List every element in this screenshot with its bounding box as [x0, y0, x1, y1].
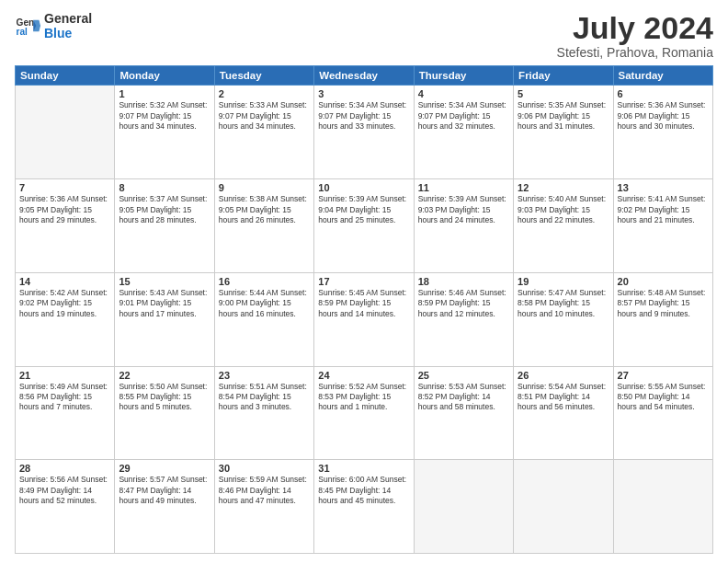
- day-number: 17: [318, 276, 409, 287]
- day-detail: Sunrise: 5:48 AM Sunset: 8:57 PM Dayligh…: [618, 288, 709, 319]
- day-cell: 15Sunrise: 5:43 AM Sunset: 9:01 PM Dayli…: [115, 272, 214, 366]
- day-cell: [16, 86, 115, 179]
- day-cell: 22Sunrise: 5:50 AM Sunset: 8:55 PM Dayli…: [115, 366, 214, 460]
- day-detail: Sunrise: 5:40 AM Sunset: 9:03 PM Dayligh…: [518, 194, 609, 225]
- day-cell: 17Sunrise: 5:45 AM Sunset: 8:59 PM Dayli…: [314, 272, 414, 366]
- day-detail: Sunrise: 5:50 AM Sunset: 8:55 PM Dayligh…: [119, 382, 210, 413]
- calendar-header: SundayMondayTuesdayWednesdayThursdayFrid…: [16, 66, 713, 86]
- day-header-friday: Friday: [514, 66, 613, 86]
- logo-icon: Gene ral: [15, 13, 40, 39]
- day-detail: Sunrise: 5:54 AM Sunset: 8:51 PM Dayligh…: [518, 382, 609, 413]
- day-number: 14: [19, 276, 110, 287]
- day-cell: [514, 460, 613, 554]
- header-row: SundayMondayTuesdayWednesdayThursdayFrid…: [16, 66, 713, 86]
- day-cell: 1Sunrise: 5:32 AM Sunset: 9:07 PM Daylig…: [115, 86, 214, 179]
- week-row-2: 14Sunrise: 5:42 AM Sunset: 9:02 PM Dayli…: [16, 272, 713, 366]
- title-block: July 2024 Stefesti, Prahova, Romania: [557, 11, 713, 60]
- day-header-monday: Monday: [115, 66, 214, 86]
- logo-line1: General: [44, 11, 92, 26]
- day-detail: Sunrise: 5:42 AM Sunset: 9:02 PM Dayligh…: [19, 288, 110, 319]
- day-header-wednesday: Wednesday: [314, 66, 414, 86]
- day-cell: 18Sunrise: 5:46 AM Sunset: 8:59 PM Dayli…: [414, 272, 513, 366]
- day-cell: 31Sunrise: 6:00 AM Sunset: 8:45 PM Dayli…: [314, 460, 414, 554]
- day-detail: Sunrise: 5:56 AM Sunset: 8:49 PM Dayligh…: [19, 475, 110, 506]
- calendar-body: 1Sunrise: 5:32 AM Sunset: 9:07 PM Daylig…: [16, 86, 713, 554]
- day-number: 11: [418, 182, 509, 193]
- day-cell: 3Sunrise: 5:34 AM Sunset: 9:07 PM Daylig…: [314, 86, 414, 179]
- day-detail: Sunrise: 5:39 AM Sunset: 9:03 PM Dayligh…: [418, 194, 509, 225]
- day-detail: Sunrise: 5:55 AM Sunset: 8:50 PM Dayligh…: [618, 382, 709, 413]
- day-number: 31: [318, 463, 409, 474]
- logo-line2: Blue: [44, 26, 92, 40]
- day-number: 10: [318, 182, 409, 193]
- subtitle: Stefesti, Prahova, Romania: [557, 45, 713, 60]
- day-detail: Sunrise: 5:43 AM Sunset: 9:01 PM Dayligh…: [119, 288, 210, 319]
- day-cell: 2Sunrise: 5:33 AM Sunset: 9:07 PM Daylig…: [214, 86, 313, 179]
- week-row-3: 21Sunrise: 5:49 AM Sunset: 8:56 PM Dayli…: [16, 366, 713, 460]
- svg-text:ral: ral: [17, 27, 28, 37]
- day-detail: Sunrise: 5:39 AM Sunset: 9:04 PM Dayligh…: [318, 194, 409, 225]
- calendar: SundayMondayTuesdayWednesdayThursdayFrid…: [15, 65, 713, 554]
- week-row-4: 28Sunrise: 5:56 AM Sunset: 8:49 PM Dayli…: [16, 460, 713, 554]
- day-number: 13: [618, 182, 709, 193]
- header: Gene ral General Blue July 2024 Stefesti…: [15, 11, 713, 60]
- day-cell: 30Sunrise: 5:59 AM Sunset: 8:46 PM Dayli…: [214, 460, 313, 554]
- day-detail: Sunrise: 5:36 AM Sunset: 9:06 PM Dayligh…: [618, 100, 709, 132]
- day-detail: Sunrise: 5:37 AM Sunset: 9:05 PM Dayligh…: [119, 194, 210, 225]
- day-number: 24: [318, 370, 409, 381]
- day-number: 6: [618, 88, 709, 99]
- day-detail: Sunrise: 5:44 AM Sunset: 9:00 PM Dayligh…: [219, 288, 310, 319]
- day-header-thursday: Thursday: [414, 66, 513, 86]
- day-detail: Sunrise: 5:51 AM Sunset: 8:54 PM Dayligh…: [219, 382, 310, 413]
- main-title: July 2024: [557, 11, 713, 45]
- day-cell: 19Sunrise: 5:47 AM Sunset: 8:58 PM Dayli…: [514, 272, 613, 366]
- day-cell: 16Sunrise: 5:44 AM Sunset: 9:00 PM Dayli…: [214, 272, 313, 366]
- day-number: 12: [518, 182, 609, 193]
- day-cell: 5Sunrise: 5:35 AM Sunset: 9:06 PM Daylig…: [514, 86, 613, 179]
- day-cell: 25Sunrise: 5:53 AM Sunset: 8:52 PM Dayli…: [414, 366, 513, 460]
- day-detail: Sunrise: 5:38 AM Sunset: 9:05 PM Dayligh…: [219, 194, 310, 225]
- day-detail: Sunrise: 5:59 AM Sunset: 8:46 PM Dayligh…: [219, 475, 310, 506]
- day-detail: Sunrise: 5:49 AM Sunset: 8:56 PM Dayligh…: [19, 382, 110, 413]
- day-detail: Sunrise: 5:36 AM Sunset: 9:05 PM Dayligh…: [19, 194, 110, 225]
- day-cell: [414, 460, 513, 554]
- day-cell: 6Sunrise: 5:36 AM Sunset: 9:06 PM Daylig…: [613, 86, 712, 179]
- day-cell: 8Sunrise: 5:37 AM Sunset: 9:05 PM Daylig…: [115, 179, 214, 273]
- day-cell: 29Sunrise: 5:57 AM Sunset: 8:47 PM Dayli…: [115, 460, 214, 554]
- day-detail: Sunrise: 5:33 AM Sunset: 9:07 PM Dayligh…: [219, 100, 310, 132]
- day-header-sunday: Sunday: [16, 66, 115, 86]
- day-number: 8: [119, 182, 210, 193]
- day-detail: Sunrise: 6:00 AM Sunset: 8:45 PM Dayligh…: [318, 475, 409, 506]
- day-number: 16: [219, 276, 310, 287]
- day-number: 29: [119, 463, 210, 474]
- day-number: 22: [119, 370, 210, 381]
- day-detail: Sunrise: 5:47 AM Sunset: 8:58 PM Dayligh…: [518, 288, 609, 319]
- day-detail: Sunrise: 5:46 AM Sunset: 8:59 PM Dayligh…: [418, 288, 509, 319]
- week-row-0: 1Sunrise: 5:32 AM Sunset: 9:07 PM Daylig…: [16, 86, 713, 179]
- day-cell: [613, 460, 712, 554]
- day-cell: 27Sunrise: 5:55 AM Sunset: 8:50 PM Dayli…: [613, 366, 712, 460]
- day-cell: 9Sunrise: 5:38 AM Sunset: 9:05 PM Daylig…: [214, 179, 313, 273]
- day-number: 26: [518, 370, 609, 381]
- day-number: 23: [219, 370, 310, 381]
- day-cell: 7Sunrise: 5:36 AM Sunset: 9:05 PM Daylig…: [16, 179, 115, 273]
- day-cell: 21Sunrise: 5:49 AM Sunset: 8:56 PM Dayli…: [16, 366, 115, 460]
- day-number: 9: [219, 182, 310, 193]
- week-row-1: 7Sunrise: 5:36 AM Sunset: 9:05 PM Daylig…: [16, 179, 713, 273]
- day-number: 21: [19, 370, 110, 381]
- day-cell: 23Sunrise: 5:51 AM Sunset: 8:54 PM Dayli…: [214, 366, 313, 460]
- day-number: 30: [219, 463, 310, 474]
- day-number: 19: [518, 276, 609, 287]
- day-number: 20: [618, 276, 709, 287]
- day-number: 3: [318, 88, 409, 99]
- page: Gene ral General Blue July 2024 Stefesti…: [0, 0, 728, 563]
- day-cell: 10Sunrise: 5:39 AM Sunset: 9:04 PM Dayli…: [314, 179, 414, 273]
- day-cell: 12Sunrise: 5:40 AM Sunset: 9:03 PM Dayli…: [514, 179, 613, 273]
- day-cell: 13Sunrise: 5:41 AM Sunset: 9:02 PM Dayli…: [613, 179, 712, 273]
- day-number: 25: [418, 370, 509, 381]
- day-header-saturday: Saturday: [613, 66, 712, 86]
- day-number: 15: [119, 276, 210, 287]
- day-detail: Sunrise: 5:41 AM Sunset: 9:02 PM Dayligh…: [618, 194, 709, 225]
- day-number: 4: [418, 88, 509, 99]
- day-cell: 20Sunrise: 5:48 AM Sunset: 8:57 PM Dayli…: [613, 272, 712, 366]
